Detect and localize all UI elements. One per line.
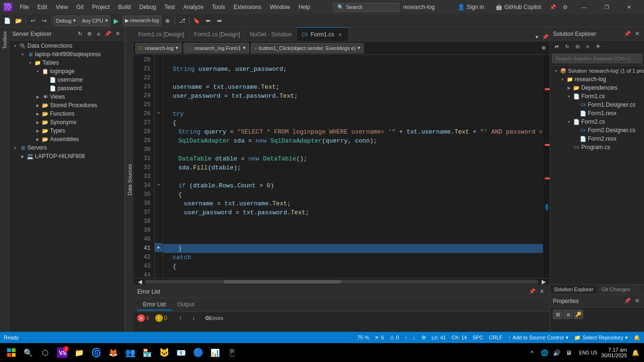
list-item[interactable]: ▾ 📄 Form1.cs: [550, 92, 644, 101]
class-dropdown[interactable]: ⬛ research_log.Form1 ▾: [184, 43, 249, 53]
list-item[interactable]: ▶ C# Form1.Designer.cs: [550, 101, 644, 109]
menu-file[interactable]: File: [16, 2, 33, 12]
namespace-dropdown[interactable]: ⬡ research-log ▾: [135, 43, 182, 53]
h-scrollbar[interactable]: ◀ ▶: [134, 278, 550, 285]
list-item[interactable]: ▾ 📁 Tables: [9, 59, 125, 67]
start-button[interactable]: [4, 345, 19, 360]
method-dropdown[interactable]: ⬦ button1_Click(object sender, EventArgs…: [251, 43, 364, 53]
sign-in-button[interactable]: 👤 Sign in: [454, 3, 488, 11]
network-icon[interactable]: 🌐: [540, 348, 549, 357]
props-categorized-btn[interactable]: ⊞: [553, 310, 562, 319]
attach-btn[interactable]: ⊕: [162, 16, 173, 26]
h-scroll-thumb[interactable]: [224, 280, 342, 284]
firefox-icon[interactable]: 🦊: [106, 345, 121, 360]
close-error-btn[interactable]: ✕: [537, 287, 546, 296]
code-content[interactable]: String username, user_password; username…: [163, 55, 543, 278]
open-btn[interactable]: 📂: [13, 16, 24, 26]
warning-count[interactable]: ! 0: [155, 314, 167, 322]
menu-debug[interactable]: Debug: [135, 2, 159, 12]
list-item[interactable]: ▶ 📄 password: [9, 84, 125, 93]
crlf-status[interactable]: CRLF: [489, 335, 502, 340]
se-search-input[interactable]: [552, 54, 642, 63]
tab-form1-design[interactable]: Form1.cs [Design]: [134, 28, 189, 41]
filter-errors-btn[interactable]: Errors: [212, 314, 220, 322]
refresh-btn[interactable]: ↻: [75, 30, 84, 38]
tab-form2-design[interactable]: Form2.cs [Design]: [189, 28, 245, 41]
menu-build[interactable]: Build: [115, 2, 135, 12]
list-item[interactable]: ▶ C# Program.cs: [550, 143, 644, 152]
debug-config-dropdown[interactable]: Debug ▾: [54, 16, 78, 26]
extra-icon[interactable]: 📊: [208, 345, 223, 360]
menu-analyze[interactable]: Analyze: [180, 2, 208, 12]
notification-bell-btn[interactable]: 🔔: [634, 335, 640, 341]
next-bookmark-btn[interactable]: ➡: [214, 16, 225, 26]
filter-btn[interactable]: ≡: [94, 30, 103, 38]
undo-btn[interactable]: ↩: [28, 16, 38, 26]
edge-icon[interactable]: 🌀: [89, 345, 104, 360]
notification-btn[interactable]: 🔔: [631, 348, 640, 357]
system-clock[interactable]: 7:17 am 30/01/2025: [601, 347, 627, 358]
zoom-status[interactable]: 75 %: [357, 335, 369, 340]
extra-icon2[interactable]: 📱: [225, 345, 240, 360]
tab-menu-btn[interactable]: ▾: [533, 33, 541, 41]
settings-gear[interactable]: ⚙: [421, 335, 426, 341]
props-alphabetical-btn[interactable]: ⍺: [563, 310, 573, 319]
title-search-box[interactable]: 🔍 Search: [333, 3, 399, 12]
tab-git-changes[interactable]: Git Changes: [598, 285, 635, 294]
se-sync-btn[interactable]: ⇄: [552, 42, 561, 51]
tab-output[interactable]: Output: [172, 299, 200, 311]
menu-help[interactable]: Help: [295, 2, 314, 12]
menu-extensions[interactable]: Extensions: [230, 2, 265, 12]
se-collapse-btn[interactable]: ⊟: [573, 42, 582, 51]
store-icon[interactable]: 🏪: [140, 345, 155, 360]
list-item[interactable]: ▶ 👁 Views: [9, 93, 125, 101]
pin-button[interactable]: 📌: [549, 3, 557, 11]
warning-status[interactable]: ⚠ 0: [390, 335, 399, 341]
list-item[interactable]: ▾ 📄 Form2.cs: [550, 118, 644, 126]
bookmark-btn[interactable]: 🔖: [192, 16, 202, 26]
error-count[interactable]: ✕ 6: [137, 314, 150, 322]
new-project-btn[interactable]: 📄: [2, 16, 12, 26]
teams-icon[interactable]: 👥: [123, 345, 138, 360]
run-project-dropdown[interactable]: ▶ research-log: [123, 16, 161, 26]
list-item[interactable]: ▶ 📄 username: [9, 76, 125, 84]
list-item[interactable]: ▶ 📄 Form2.resx: [550, 135, 644, 143]
add-to-source-btn[interactable]: ↑ Add to Source Control ▾: [508, 335, 569, 341]
tab-nuget[interactable]: NuGet - Solution: [245, 28, 297, 41]
props-key-btn[interactable]: 🔑: [574, 310, 583, 319]
props-pin-btn[interactable]: 📌: [623, 297, 632, 305]
ready-status[interactable]: Ready: [4, 335, 19, 340]
settings-icon[interactable]: ⚙: [561, 3, 569, 11]
props-close-btn[interactable]: ✕: [633, 297, 641, 305]
menu-tools[interactable]: Tools: [208, 2, 229, 12]
list-item[interactable]: ▶ 📂 Dependencies: [550, 84, 644, 92]
cpu-config-dropdown[interactable]: Any CPU ▾: [79, 16, 110, 26]
list-item[interactable]: ▶ 💻 LAPTOP-HILNF908: [9, 152, 125, 160]
maximize-button[interactable]: ❐: [596, 0, 618, 14]
select-repository-btn[interactable]: 📁 Select Repository ▾: [574, 335, 628, 341]
list-item[interactable]: ▶ 📂 Functions: [9, 109, 125, 118]
list-item[interactable]: ▾ 🖥 Servers: [9, 143, 125, 152]
list-item[interactable]: ▾ 🖥 laptop-hilnf908\sqlexpress: [9, 50, 125, 59]
list-item[interactable]: ▶ C# Form2.Designer.cs: [550, 126, 644, 135]
menu-git[interactable]: Git: [73, 2, 87, 12]
se-pin-btn[interactable]: 📌: [623, 30, 632, 38]
search-taskbar-btn[interactable]: 🔍: [21, 345, 36, 360]
menu-edit[interactable]: Edit: [33, 2, 51, 12]
chrome-icon[interactable]: 🔵: [191, 345, 206, 360]
data-sources-tab[interactable]: Data Sources: [125, 27, 134, 332]
se-show-all-btn[interactable]: 👁: [594, 42, 603, 51]
copilot-button[interactable]: 🤖 GitHub Copilot: [492, 3, 545, 11]
list-item[interactable]: ▾ 📁 research-log: [550, 75, 644, 84]
h-scroll-track[interactable]: [145, 280, 538, 284]
se-close-btn[interactable]: ✕: [633, 30, 641, 38]
error-status[interactable]: ✕ 6: [375, 335, 384, 341]
volume-icon[interactable]: 🔊: [552, 348, 561, 357]
menu-project[interactable]: Project: [88, 2, 113, 12]
close-button[interactable]: ✕: [619, 0, 640, 14]
pin-se-btn[interactable]: 📌: [104, 30, 112, 38]
add-member-btn[interactable]: ⊕: [539, 44, 548, 52]
list-item[interactable]: ▶ 📂 Synonyms: [9, 118, 125, 126]
se-filter-btn[interactable]: ≡: [583, 42, 593, 51]
menu-view[interactable]: View: [52, 2, 72, 12]
